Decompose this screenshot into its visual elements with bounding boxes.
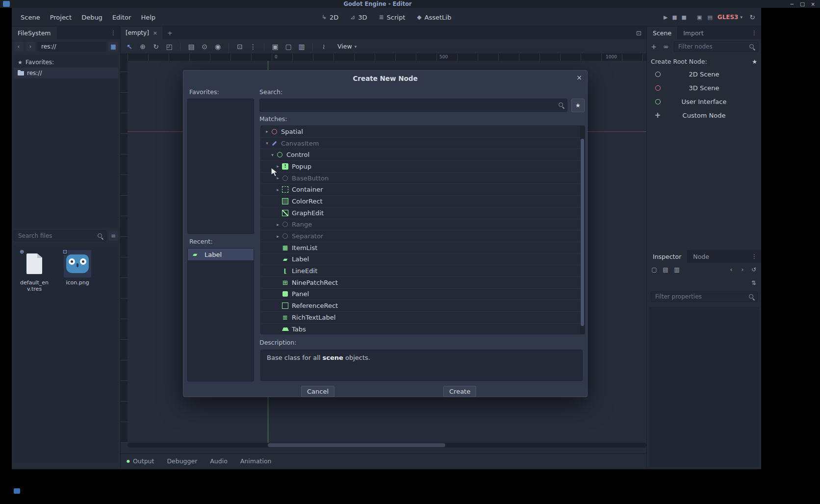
create-root-option-custom-node[interactable]: +Custom Node [648, 108, 760, 122]
tree-item-canvasitem[interactable]: ▾CanvasItem [261, 138, 585, 150]
menu-project[interactable]: Project [45, 14, 77, 21]
dock-menu-icon[interactable]: ⋮ [747, 250, 761, 263]
select-tool-icon[interactable]: ↖ [126, 43, 133, 50]
taskbar-icon[interactable] [14, 488, 20, 494]
tree-item-panel[interactable]: Panel [261, 289, 585, 301]
bottom-panel-output[interactable]: ●Output [127, 457, 154, 465]
collapse-arrow-icon[interactable]: ▾ [269, 152, 276, 157]
breadcrumb[interactable]: res:// [37, 42, 106, 51]
scene-tab[interactable]: [empty] × [121, 26, 162, 39]
stop-button[interactable]: ■ [682, 14, 686, 21]
bottom-panel-animation[interactable]: Animation [240, 457, 272, 465]
play-button[interactable]: ▶ [664, 14, 666, 21]
tree-item-richtextlabel[interactable]: RichTextLabel [261, 312, 585, 324]
rotate-tool-icon[interactable]: ↻ [152, 43, 160, 50]
tree-scrollbar[interactable] [580, 126, 585, 334]
tab-inspector[interactable]: Inspector [647, 250, 687, 263]
object-history-icon[interactable]: ↺ [750, 267, 757, 273]
scale-tool-icon[interactable]: ◰ [165, 43, 173, 50]
close-icon[interactable]: × [153, 30, 157, 36]
favorites-list[interactable] [187, 99, 254, 234]
workspace-tab-script[interactable]: ≣Script [379, 14, 406, 21]
dock-menu-icon[interactable]: ⋮ [106, 26, 120, 39]
pause-button[interactable]: ▮▮ [672, 14, 676, 21]
pan-icon[interactable]: ◉ [214, 43, 222, 50]
expand-arrow-icon[interactable]: ▸ [264, 129, 270, 134]
distraction-free-icon[interactable]: ⊡ [631, 26, 646, 39]
new-resource-icon[interactable]: ▢ [651, 267, 658, 273]
horizontal-scrollbar[interactable] [128, 443, 646, 448]
tree-item-popup[interactable]: ▸Popup [261, 161, 585, 173]
add-node-icon[interactable]: + [650, 43, 658, 50]
tree-item-label[interactable]: Label [261, 254, 585, 266]
view-menu-button[interactable]: View ▾ [337, 43, 357, 50]
tree-item-lineedit[interactable]: LineEdit [261, 265, 585, 277]
instance-scene-icon[interactable]: ∞ [662, 43, 670, 50]
node-search-input[interactable] [259, 99, 567, 112]
scrollbar-thumb[interactable] [581, 139, 584, 326]
workspace-tab-3d[interactable]: ⊿3D [350, 14, 367, 21]
collapse-arrow-icon[interactable]: ▾ [264, 141, 270, 146]
file-item[interactable]: ⊕default_env.tres [19, 250, 50, 292]
expand-arrow-icon[interactable]: ▸ [275, 234, 281, 239]
tree-item-control[interactable]: ▾Control [261, 149, 585, 161]
tree-item-ninepatchrect[interactable]: NinePatchRect [261, 277, 585, 289]
favorite-toggle-button[interactable]: ★ [571, 99, 585, 112]
tree-item-graphedit[interactable]: GraphEdit [261, 207, 585, 219]
search-files-input[interactable] [14, 230, 106, 241]
dock-menu-icon[interactable]: ⋮ [747, 26, 761, 39]
history-forward-icon[interactable]: › [739, 267, 746, 273]
tab-import[interactable]: Import [677, 26, 710, 39]
tab-scene[interactable]: Scene [647, 26, 677, 39]
recent-list[interactable]: Label [187, 248, 254, 381]
add-scene-tab-icon[interactable]: + [162, 26, 178, 39]
create-button[interactable]: Create [443, 386, 476, 397]
tree-item-range[interactable]: ▸Range [261, 219, 585, 231]
file-list-toggle-icon[interactable]: ≡ [108, 231, 118, 241]
tree-item-container[interactable]: ▸Container [261, 184, 585, 196]
renderer-select[interactable]: GLES3 ▾ [718, 14, 743, 21]
close-button[interactable]: × [811, 1, 815, 7]
filter-properties-input[interactable] [651, 291, 758, 302]
tab-filesystem[interactable]: FileSystem [12, 26, 57, 39]
favorites-row[interactable]: ★ Favorites: [14, 57, 118, 68]
create-root-option-user-interface[interactable]: User Interface [648, 95, 760, 108]
menu-debug[interactable]: Debug [77, 14, 107, 21]
workspace-tab-2d[interactable]: ↳2D [322, 14, 338, 21]
bottom-panel-debugger[interactable]: Debugger [167, 457, 197, 465]
bottom-panel-audio[interactable]: Audio [210, 457, 228, 465]
tree-item-itemlist[interactable]: ItemList [261, 242, 585, 254]
workspace-tab-assetlib[interactable]: ◆AssetLib [417, 14, 451, 21]
inspector-tools-icon[interactable]: ⇅ [750, 280, 757, 286]
tree-item-spatial[interactable]: ▸Spatial [261, 126, 585, 138]
file-item[interactable]: ⊡icon.png [62, 250, 93, 286]
skeleton-icon[interactable]: ≀ [320, 43, 328, 50]
play-custom-scene-button[interactable]: ▤ [707, 14, 711, 21]
expand-arrow-icon[interactable]: ▸ [275, 222, 281, 227]
list-select-icon[interactable]: ▤ [187, 43, 195, 50]
folder-res[interactable]: res:// [14, 68, 118, 78]
split-mode-icon[interactable]: ▦ [108, 42, 118, 51]
save-resource-icon[interactable]: ▥ [673, 267, 680, 273]
history-forward-button[interactable]: › [26, 42, 35, 51]
filter-nodes-input[interactable] [674, 41, 758, 52]
update-spinner-icon[interactable]: ↻ [748, 14, 756, 21]
play-scene-button[interactable]: ▣ [697, 14, 702, 21]
snap-icon[interactable]: ⊡ [236, 43, 244, 50]
history-back-button[interactable]: ‹ [14, 42, 24, 51]
create-root-option-3d-scene[interactable]: 3D Scene [648, 81, 760, 95]
favorites-star-icon[interactable]: ★ [752, 58, 757, 65]
pivot-icon[interactable]: ⊙ [201, 43, 208, 50]
menu-help[interactable]: Help [136, 14, 160, 21]
cancel-button[interactable]: Cancel [301, 386, 334, 397]
menu-editor[interactable]: Editor [107, 14, 136, 21]
lock-icon[interactable]: ▣ [271, 43, 279, 50]
tree-item-basebutton[interactable]: ▸BaseButton [261, 173, 585, 184]
close-icon[interactable]: × [576, 74, 582, 81]
unlock-icon[interactable]: ▢ [284, 43, 292, 50]
menu-scene[interactable]: Scene [16, 14, 45, 21]
tree-item-tabs[interactable]: Tabs [261, 324, 585, 334]
tree-item-separator[interactable]: ▸Separator [261, 230, 585, 242]
tab-node[interactable]: Node [687, 250, 715, 263]
load-resource-icon[interactable]: ▤ [662, 267, 669, 273]
